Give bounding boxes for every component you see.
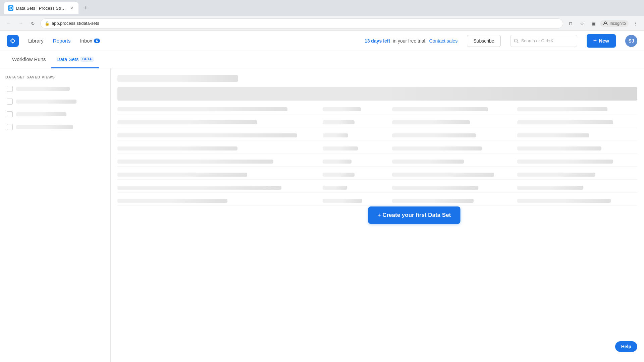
skeleton-table-header <box>117 87 637 101</box>
search-bar[interactable]: Search or Ctrl+K <box>510 35 577 47</box>
sk-cell <box>517 107 607 111</box>
secure-icon: 🔒 <box>45 21 50 26</box>
address-bar[interactable]: 🔒 app.process.st/data-sets <box>40 18 563 28</box>
star-icon[interactable]: ☆ <box>577 19 587 28</box>
sk-cell <box>117 120 257 124</box>
sk-cell <box>517 186 583 190</box>
back-button[interactable]: ← <box>4 19 13 28</box>
skeleton-header <box>117 75 238 82</box>
tab-close-button[interactable]: × <box>69 5 74 11</box>
sidebar-item <box>5 84 105 94</box>
incognito-icon <box>603 21 608 26</box>
new-label: New <box>599 38 609 44</box>
sk-cell <box>517 146 601 150</box>
browser-tab[interactable]: Data Sets | Process Street × <box>4 2 78 14</box>
forward-button[interactable]: → <box>16 19 25 28</box>
sk-cell <box>392 120 470 124</box>
sk-cell <box>392 160 464 164</box>
sk-cell <box>392 133 476 137</box>
sk-cell <box>517 133 589 137</box>
sk-cell <box>117 133 297 137</box>
table-row-sk <box>117 131 637 140</box>
sidebar-section-title: DATA SET SAVED VIEWS <box>5 75 105 79</box>
table-row-sk <box>117 105 637 114</box>
sk-cell <box>392 173 494 177</box>
tab-data-sets[interactable]: Data Sets BETA <box>51 51 99 68</box>
sidebar-checkbox-2[interactable] <box>7 99 13 105</box>
table-row-sk <box>117 157 637 167</box>
toolbar-actions: ⊓ ☆ ▣ Incognito ⋮ <box>566 19 640 28</box>
tab-favicon <box>8 5 13 11</box>
sk-cell <box>323 199 362 203</box>
sk-cell <box>392 199 474 203</box>
sk-cell <box>117 160 273 164</box>
table-row-sk <box>117 196 637 206</box>
cast-icon[interactable]: ⊓ <box>566 19 575 28</box>
sk-cell <box>117 146 237 150</box>
sk-cell <box>392 107 488 111</box>
trial-banner: 13 days left in your free trial. Contact… <box>365 38 458 44</box>
sidebar: DATA SET SAVED VIEWS <box>0 68 111 362</box>
browser-toolbar: ← → ↻ 🔒 app.process.st/data-sets ⊓ ☆ ▣ I… <box>0 16 644 31</box>
refresh-button[interactable]: ↻ <box>28 19 38 28</box>
sk-cell <box>323 107 361 111</box>
sk-cell <box>517 173 595 177</box>
help-button[interactable]: Help <box>615 341 637 352</box>
table-row-sk <box>117 118 637 127</box>
app-header: Library Reports Inbox 6 13 days left in … <box>0 31 644 51</box>
subscribe-button[interactable]: Subscribe <box>467 35 500 47</box>
table-row-sk <box>117 183 637 193</box>
sk-cell <box>392 146 482 150</box>
sk-cell <box>517 120 613 124</box>
sk-cell <box>117 186 281 190</box>
sk-cell <box>323 173 355 177</box>
sk-cell <box>517 199 611 203</box>
sk-cell <box>117 199 227 203</box>
nav-library[interactable]: Library <box>28 37 44 45</box>
incognito-badge: Incognito <box>600 20 629 27</box>
inbox-count-badge: 6 <box>94 39 100 43</box>
sk-cell <box>117 173 247 177</box>
new-button[interactable]: + New <box>587 34 616 48</box>
avatar[interactable]: SJ <box>625 35 637 47</box>
svg-point-3 <box>11 40 14 42</box>
sidebar-checkbox-4[interactable] <box>7 124 13 130</box>
tab-title: Data Sets | Process Street <box>16 6 66 11</box>
sidebar-checkbox-1[interactable] <box>7 86 13 92</box>
days-left: 13 days left <box>365 38 390 44</box>
sk-cell <box>392 186 478 190</box>
search-icon <box>514 39 519 43</box>
create-first-dataset-button[interactable]: + Create your first Data Set <box>368 206 461 224</box>
beta-badge: BETA <box>80 57 93 62</box>
sidebar-item <box>5 109 105 119</box>
skeleton-table <box>117 105 637 206</box>
sk-cell <box>323 120 355 124</box>
page-tabs: Workflow Runs Data Sets BETA <box>0 51 644 68</box>
sidebar-item <box>5 122 105 132</box>
url-text: app.process.st/data-sets <box>52 21 99 26</box>
nav-inbox[interactable]: Inbox 6 <box>80 37 100 45</box>
skeleton-2 <box>16 100 76 104</box>
sk-cell <box>323 146 358 150</box>
table-row-sk <box>117 144 637 154</box>
sidebar-icon[interactable]: ▣ <box>589 19 598 28</box>
sk-cell <box>323 186 347 190</box>
incognito-label: Incognito <box>609 21 626 26</box>
browser-chrome: Data Sets | Process Street × + <box>0 0 644 16</box>
skeleton-4 <box>16 125 73 129</box>
sk-cell <box>517 160 613 164</box>
contact-sales-link[interactable]: Contact sales <box>429 38 458 44</box>
table-row-sk <box>117 170 637 180</box>
nav-reports[interactable]: Reports <box>53 37 71 45</box>
sidebar-checkbox-3[interactable] <box>7 111 13 117</box>
sk-cell <box>323 133 348 137</box>
skeleton-3 <box>16 112 66 116</box>
sidebar-item <box>5 97 105 107</box>
more-icon[interactable]: ⋮ <box>631 19 640 28</box>
tab-workflow-runs[interactable]: Workflow Runs <box>7 51 51 68</box>
app-logo[interactable] <box>7 35 19 47</box>
search-placeholder: Search or Ctrl+K <box>521 38 553 43</box>
new-tab-button[interactable]: + <box>81 3 91 13</box>
sk-cell <box>117 107 287 111</box>
main-content: + Create your first Data Set <box>111 68 644 362</box>
